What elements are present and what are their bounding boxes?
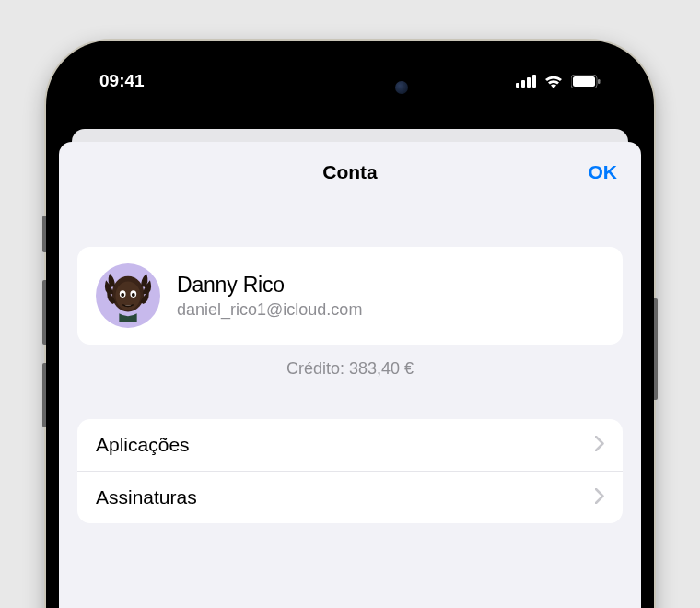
- account-name: Danny Rico: [177, 273, 362, 298]
- ok-button[interactable]: OK: [589, 161, 618, 183]
- chevron-right-icon: [595, 436, 604, 455]
- menu-list: Aplicações Assinaturas: [77, 419, 623, 523]
- battery-icon: [571, 75, 601, 88]
- status-indicators: [516, 74, 601, 88]
- account-email: daniel_rico1@icloud.com: [177, 300, 362, 320]
- account-info: Danny Rico daniel_rico1@icloud.com: [177, 273, 362, 320]
- account-profile-row[interactable]: Danny Rico daniel_rico1@icloud.com: [77, 247, 623, 345]
- svg-rect-6: [598, 79, 601, 84]
- account-sheet: Conta OK: [59, 142, 641, 608]
- memoji-icon: [101, 269, 155, 322]
- svg-rect-0: [516, 83, 519, 88]
- side-button: [42, 216, 46, 252]
- power-button: [654, 298, 658, 400]
- menu-item-subscriptions[interactable]: Assinaturas: [77, 472, 623, 523]
- credit-balance: Crédito: 383,40 €: [77, 359, 623, 379]
- dynamic-island: [281, 70, 419, 105]
- status-time: 09:41: [99, 71, 145, 91]
- screen: 09:41: [59, 53, 641, 608]
- wifi-icon: [543, 74, 564, 88]
- svg-point-11: [121, 293, 124, 297]
- menu-item-applications[interactable]: Aplicações: [77, 419, 623, 472]
- svg-rect-5: [573, 76, 595, 87]
- cellular-signal-icon: [516, 75, 536, 88]
- svg-rect-2: [527, 77, 531, 88]
- chevron-right-icon: [595, 488, 604, 508]
- svg-rect-1: [521, 80, 525, 88]
- sheet-header: Conta OK: [77, 142, 623, 203]
- svg-rect-3: [532, 75, 536, 88]
- volume-down-button: [42, 363, 46, 427]
- menu-item-label: Aplicações: [96, 434, 190, 456]
- volume-up-button: [42, 280, 46, 345]
- svg-point-12: [132, 293, 135, 297]
- menu-item-label: Assinaturas: [96, 486, 197, 509]
- avatar: [96, 263, 160, 328]
- sheet-title: Conta: [322, 161, 378, 183]
- front-camera: [395, 81, 408, 94]
- iphone-device-frame: 09:41: [46, 41, 654, 608]
